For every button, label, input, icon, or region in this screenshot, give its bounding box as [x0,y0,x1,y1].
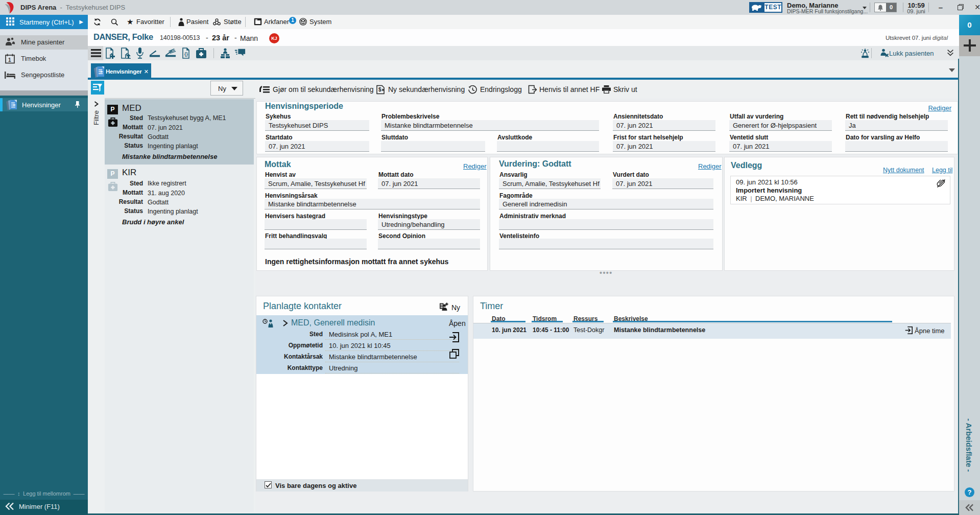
svg-text:1: 1 [8,57,11,63]
svg-text:$: $ [378,87,381,92]
svg-text:{}: {} [184,52,188,57]
